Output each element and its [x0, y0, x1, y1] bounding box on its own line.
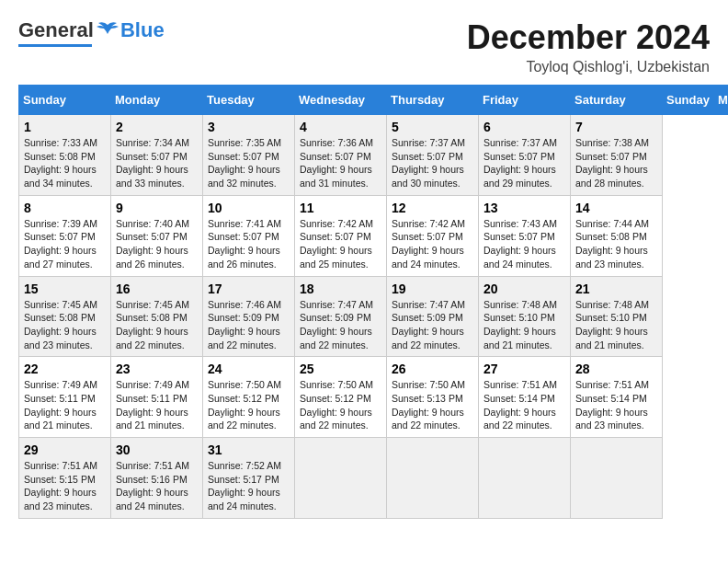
calendar-cell: 23 Sunrise: 7:49 AMSunset: 5:11 PMDaylig… [111, 357, 203, 438]
calendar-cell: 7 Sunrise: 7:38 AMSunset: 5:07 PMDayligh… [571, 115, 663, 196]
calendar-cell: 14 Sunrise: 7:44 AMSunset: 5:08 PMDaylig… [571, 195, 663, 276]
logo-underline [18, 44, 92, 47]
day-number: 15 [24, 282, 106, 296]
day-info: Sunrise: 7:37 AMSunset: 5:07 PMDaylight:… [483, 137, 557, 189]
calendar-cell: 19 Sunrise: 7:47 AMSunset: 5:09 PMDaylig… [387, 276, 479, 357]
day-number: 10 [208, 201, 290, 215]
day-info: Sunrise: 7:51 AMSunset: 5:15 PMDaylight:… [24, 460, 97, 511]
day-number: 4 [300, 120, 381, 134]
day-number: 13 [483, 201, 565, 215]
calendar-cell: 25 Sunrise: 7:50 AMSunset: 5:12 PMDaylig… [295, 357, 387, 438]
day-info: Sunrise: 7:45 AMSunset: 5:08 PMDaylight:… [24, 299, 97, 350]
day-number: 1 [24, 120, 106, 134]
header-day-sunday: Sunday [663, 86, 714, 115]
day-info: Sunrise: 7:47 AMSunset: 5:09 PMDaylight:… [300, 299, 373, 350]
day-number: 8 [24, 201, 106, 215]
day-number: 14 [575, 201, 657, 215]
calendar-week-4: 22 Sunrise: 7:49 AMSunset: 5:11 PMDaylig… [19, 357, 729, 438]
day-info: Sunrise: 7:36 AMSunset: 5:07 PMDaylight:… [300, 137, 373, 189]
day-number: 3 [208, 120, 290, 134]
calendar-cell: 30 Sunrise: 7:51 AMSunset: 5:16 PMDaylig… [111, 438, 203, 519]
day-info: Sunrise: 7:33 AMSunset: 5:08 PMDaylight:… [24, 137, 97, 189]
header-friday: Friday [479, 86, 571, 115]
calendar-cell: 27 Sunrise: 7:51 AMSunset: 5:14 PMDaylig… [479, 357, 571, 438]
calendar-cell: 10 Sunrise: 7:41 AMSunset: 5:07 PMDaylig… [203, 195, 295, 276]
calendar-table: SundayMondayTuesdayWednesdayThursdayFrid… [18, 85, 728, 519]
day-info: Sunrise: 7:38 AMSunset: 5:07 PMDaylight:… [575, 137, 649, 189]
day-number: 2 [116, 120, 198, 134]
day-number: 25 [300, 362, 381, 376]
calendar-cell: 8 Sunrise: 7:39 AMSunset: 5:07 PMDayligh… [19, 195, 111, 276]
day-number: 24 [208, 362, 290, 376]
calendar-cell: 15 Sunrise: 7:45 AMSunset: 5:08 PMDaylig… [19, 276, 111, 357]
calendar-week-1: 1 Sunrise: 7:33 AMSunset: 5:08 PMDayligh… [19, 115, 729, 196]
calendar-cell: 17 Sunrise: 7:46 AMSunset: 5:09 PMDaylig… [203, 276, 295, 357]
calendar-cell: 9 Sunrise: 7:40 AMSunset: 5:07 PMDayligh… [111, 195, 203, 276]
calendar-cell: 20 Sunrise: 7:48 AMSunset: 5:10 PMDaylig… [479, 276, 571, 357]
title-area: December 2024 Toyloq Qishlog'i, Uzbekist… [467, 18, 710, 75]
day-info: Sunrise: 7:35 AMSunset: 5:07 PMDaylight:… [208, 137, 281, 189]
day-info: Sunrise: 7:42 AMSunset: 5:07 PMDaylight:… [392, 218, 465, 270]
day-number: 12 [392, 201, 473, 215]
logo-blue: Blue [120, 18, 165, 42]
calendar-cell [295, 438, 387, 519]
day-number: 17 [208, 282, 290, 296]
logo-bird-icon [95, 21, 120, 40]
day-info: Sunrise: 7:47 AMSunset: 5:09 PMDaylight:… [392, 299, 465, 350]
calendar-week-2: 8 Sunrise: 7:39 AMSunset: 5:07 PMDayligh… [19, 195, 729, 276]
day-info: Sunrise: 7:51 AMSunset: 5:14 PMDaylight:… [483, 379, 557, 431]
calendar-cell: 4 Sunrise: 7:36 AMSunset: 5:07 PMDayligh… [295, 115, 387, 196]
calendar-cell: 13 Sunrise: 7:43 AMSunset: 5:07 PMDaylig… [479, 195, 571, 276]
day-info: Sunrise: 7:51 AMSunset: 5:16 PMDaylight:… [116, 460, 189, 511]
day-number: 18 [300, 282, 381, 296]
day-number: 9 [116, 201, 198, 215]
calendar-cell [387, 438, 479, 519]
calendar-header-row: SundayMondayTuesdayWednesdayThursdayFrid… [19, 86, 729, 115]
calendar-cell [479, 438, 571, 519]
calendar-cell: 29 Sunrise: 7:51 AMSunset: 5:15 PMDaylig… [19, 438, 111, 519]
calendar-cell [571, 438, 663, 519]
day-number: 16 [116, 282, 198, 296]
day-info: Sunrise: 7:46 AMSunset: 5:09 PMDaylight:… [208, 299, 281, 350]
day-number: 31 [208, 442, 290, 457]
calendar-cell: 24 Sunrise: 7:50 AMSunset: 5:12 PMDaylig… [203, 357, 295, 438]
day-info: Sunrise: 7:48 AMSunset: 5:10 PMDaylight:… [483, 299, 557, 350]
calendar-cell: 2 Sunrise: 7:34 AMSunset: 5:07 PMDayligh… [111, 115, 203, 196]
header-monday: Monday [111, 86, 203, 115]
location-subtitle: Toyloq Qishlog'i, Uzbekistan [467, 59, 710, 75]
day-info: Sunrise: 7:41 AMSunset: 5:07 PMDaylight:… [208, 218, 281, 270]
month-title: December 2024 [467, 18, 710, 57]
calendar-cell: 12 Sunrise: 7:42 AMSunset: 5:07 PMDaylig… [387, 195, 479, 276]
page-header: General Blue December 2024 Toyloq Qishlo… [18, 18, 710, 75]
calendar-cell: 11 Sunrise: 7:42 AMSunset: 5:07 PMDaylig… [295, 195, 387, 276]
day-number: 26 [392, 362, 473, 376]
day-info: Sunrise: 7:39 AMSunset: 5:07 PMDaylight:… [24, 218, 97, 270]
day-number: 19 [392, 282, 473, 296]
day-number: 30 [116, 442, 198, 457]
header-thursday: Thursday [387, 86, 479, 115]
day-info: Sunrise: 7:37 AMSunset: 5:07 PMDaylight:… [392, 137, 465, 189]
calendar-week-5: 29 Sunrise: 7:51 AMSunset: 5:15 PMDaylig… [19, 438, 729, 519]
header-day-monday: Monday [713, 86, 728, 115]
calendar-cell: 18 Sunrise: 7:47 AMSunset: 5:09 PMDaylig… [295, 276, 387, 357]
day-info: Sunrise: 7:50 AMSunset: 5:12 PMDaylight:… [208, 379, 281, 431]
calendar-cell: 16 Sunrise: 7:45 AMSunset: 5:08 PMDaylig… [111, 276, 203, 357]
header-tuesday: Tuesday [203, 86, 295, 115]
day-info: Sunrise: 7:34 AMSunset: 5:07 PMDaylight:… [116, 137, 189, 189]
day-info: Sunrise: 7:45 AMSunset: 5:08 PMDaylight:… [116, 299, 189, 350]
day-number: 22 [24, 362, 106, 376]
logo: General Blue [18, 18, 165, 47]
header-saturday: Saturday [571, 86, 663, 115]
calendar-cell: 22 Sunrise: 7:49 AMSunset: 5:11 PMDaylig… [19, 357, 111, 438]
day-info: Sunrise: 7:50 AMSunset: 5:12 PMDaylight:… [300, 379, 373, 431]
day-info: Sunrise: 7:40 AMSunset: 5:07 PMDaylight:… [116, 218, 189, 270]
day-info: Sunrise: 7:44 AMSunset: 5:08 PMDaylight:… [575, 218, 649, 270]
day-number: 27 [483, 362, 565, 376]
day-number: 6 [483, 120, 565, 134]
day-number: 7 [575, 120, 657, 134]
calendar-cell: 28 Sunrise: 7:51 AMSunset: 5:14 PMDaylig… [571, 357, 663, 438]
day-info: Sunrise: 7:48 AMSunset: 5:10 PMDaylight:… [575, 299, 649, 350]
day-info: Sunrise: 7:43 AMSunset: 5:07 PMDaylight:… [483, 218, 557, 270]
calendar-cell: 5 Sunrise: 7:37 AMSunset: 5:07 PMDayligh… [387, 115, 479, 196]
logo-general: General [18, 18, 94, 42]
